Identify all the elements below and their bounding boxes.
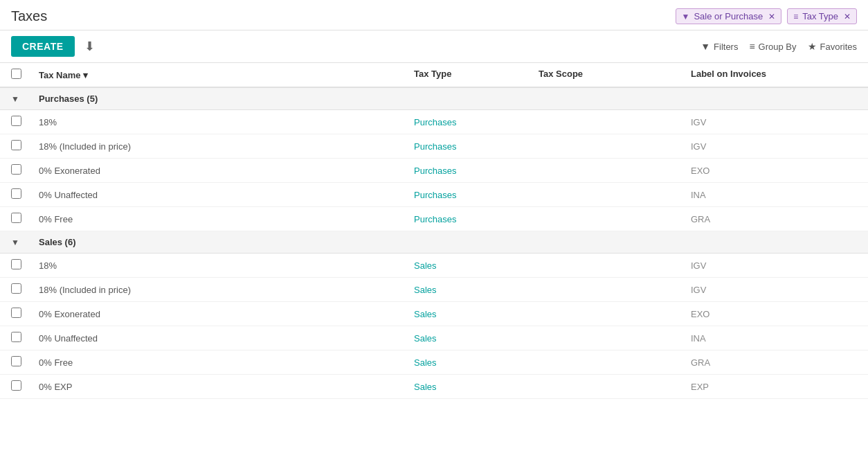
filters-label: Filters: [714, 42, 738, 52]
cell-tax-name: 0% Unaffected: [39, 333, 414, 344]
group-row-purchases[interactable]: ▼ Purchases (5): [0, 88, 868, 110]
row-checkbox[interactable]: [11, 213, 21, 223]
toolbar-right: ▼ Filters ≡ Group By ★ Favorites: [700, 41, 857, 52]
cell-tax-name: 0% EXP: [39, 382, 414, 392]
cell-tax-name: 0% Free: [39, 357, 414, 368]
table-row[interactable]: 18% (Included in price) Purchases IGV: [0, 134, 868, 159]
row-checkbox-cell: [11, 188, 39, 201]
col-header-scope: Tax Scope: [539, 69, 691, 81]
row-checkbox[interactable]: [11, 332, 21, 342]
group-label-purchases: Purchases (5): [39, 94, 857, 104]
row-checkbox-cell: [11, 308, 39, 320]
table-row[interactable]: 0% Unaffected Purchases INA: [0, 183, 868, 207]
page-header: Taxes ▼ Sale or Purchase ✕ ≡ Tax Type ✕: [0, 0, 868, 30]
row-checkbox[interactable]: [11, 164, 21, 175]
col-header-name[interactable]: Tax Name ▾: [39, 69, 414, 81]
col-header-invoice-label: Label on Invoices: [691, 69, 857, 81]
cell-invoice-label: GRA: [691, 357, 857, 368]
cell-invoice-label: EXO: [691, 166, 857, 176]
filters-action[interactable]: ▼ Filters: [700, 41, 738, 52]
cell-tax-type: Purchases: [414, 117, 539, 127]
toolbar: CREATE ⬇ ▼ Filters ≡ Group By ★ Favorite…: [0, 30, 868, 63]
filter-tag-sale-purchase-label: Sale or Purchase: [694, 11, 763, 21]
filter-tag-tax-type[interactable]: ≡ Tax Type ✕: [787, 8, 857, 24]
cell-invoice-label: EXP: [691, 382, 857, 392]
group-collapse-icon[interactable]: ▼: [11, 238, 39, 247]
download-button[interactable]: ⬇: [80, 36, 99, 57]
group-by-label: Group By: [759, 42, 797, 52]
row-checkbox-cell: [11, 356, 39, 368]
cell-tax-type: Sales: [414, 333, 539, 344]
cell-tax-type: Purchases: [414, 214, 539, 224]
table-row[interactable]: 18% Sales IGV: [0, 254, 868, 278]
table-row[interactable]: 0% Exonerated Sales EXO: [0, 302, 868, 326]
cell-tax-type: Sales: [414, 357, 539, 368]
row-checkbox[interactable]: [11, 283, 21, 294]
row-checkbox[interactable]: [11, 308, 21, 318]
row-checkbox[interactable]: [11, 188, 21, 199]
toolbar-left: CREATE ⬇: [11, 36, 99, 57]
cell-tax-type: Sales: [414, 260, 539, 271]
table-row[interactable]: 18% Purchases IGV: [0, 110, 868, 134]
filter-funnel-icon: ▼: [682, 12, 690, 21]
filter-tag-sale-purchase-close[interactable]: ✕: [768, 12, 775, 21]
download-icon: ⬇: [84, 39, 95, 53]
cell-tax-name: 0% Exonerated: [39, 166, 414, 176]
cell-tax-name: 18%: [39, 260, 414, 271]
cell-invoice-label: GRA: [691, 214, 857, 224]
row-checkbox-cell: [11, 213, 39, 225]
header-checkbox-cell: [11, 69, 39, 81]
cell-invoice-label: IGV: [691, 285, 857, 295]
row-checkbox[interactable]: [11, 116, 21, 126]
page-title: Taxes: [11, 8, 47, 24]
favorites-action[interactable]: ★ Favorites: [808, 41, 857, 52]
cell-tax-name: 18%: [39, 117, 414, 127]
cell-tax-name: 18% (Included in price): [39, 285, 414, 295]
row-checkbox[interactable]: [11, 356, 21, 366]
group-label-sales: Sales (6): [39, 237, 857, 247]
filter-tag-tax-type-label: Tax Type: [802, 11, 838, 21]
table-row[interactable]: 0% EXP Sales EXP: [0, 375, 868, 399]
group-row-sales[interactable]: ▼ Sales (6): [0, 231, 868, 254]
filter-icon: ▼: [700, 41, 710, 52]
row-checkbox-cell: [11, 116, 39, 128]
cell-tax-type: Sales: [414, 309, 539, 319]
filter-list-icon: ≡: [793, 12, 798, 21]
cell-invoice-label: IGV: [691, 141, 857, 152]
row-checkbox[interactable]: [11, 259, 21, 269]
group-by-action[interactable]: ≡ Group By: [749, 41, 796, 52]
cell-tax-type: Sales: [414, 382, 539, 392]
filter-tag-sale-purchase[interactable]: ▼ Sale or Purchase ✕: [676, 8, 782, 24]
row-checkbox-cell: [11, 164, 39, 177]
cell-invoice-label: INA: [691, 333, 857, 344]
cell-invoice-label: INA: [691, 190, 857, 200]
row-checkbox-cell: [11, 380, 39, 393]
row-checkbox[interactable]: [11, 380, 21, 391]
table-row[interactable]: 0% Exonerated Purchases EXO: [0, 159, 868, 183]
cell-tax-type: Purchases: [414, 166, 539, 176]
row-checkbox[interactable]: [11, 140, 21, 150]
table-row[interactable]: 0% Unaffected Sales INA: [0, 326, 868, 350]
cell-tax-type: Purchases: [414, 141, 539, 152]
filter-tag-tax-type-close[interactable]: ✕: [844, 12, 851, 21]
select-all-checkbox[interactable]: [11, 69, 21, 79]
favorites-label: Favorites: [820, 42, 857, 52]
row-checkbox-cell: [11, 332, 39, 344]
sort-icon: ▾: [83, 70, 88, 80]
header-filters: ▼ Sale or Purchase ✕ ≡ Tax Type ✕: [676, 8, 857, 24]
table-row[interactable]: 0% Free Sales GRA: [0, 350, 868, 375]
cell-invoice-label: IGV: [691, 260, 857, 271]
table-body: ▼ Purchases (5) 18% Purchases IGV 18% (I…: [0, 88, 868, 399]
row-checkbox-cell: [11, 259, 39, 272]
group-by-icon: ≡: [749, 41, 754, 52]
cell-invoice-label: EXO: [691, 309, 857, 319]
table-row[interactable]: 18% (Included in price) Sales IGV: [0, 278, 868, 302]
row-checkbox-cell: [11, 283, 39, 296]
cell-invoice-label: IGV: [691, 117, 857, 127]
create-button[interactable]: CREATE: [11, 36, 75, 57]
cell-tax-name: 0% Free: [39, 214, 414, 224]
cell-tax-name: 0% Exonerated: [39, 309, 414, 319]
table-row[interactable]: 0% Free Purchases GRA: [0, 207, 868, 231]
group-collapse-icon[interactable]: ▼: [11, 94, 39, 104]
star-icon: ★: [808, 41, 817, 52]
